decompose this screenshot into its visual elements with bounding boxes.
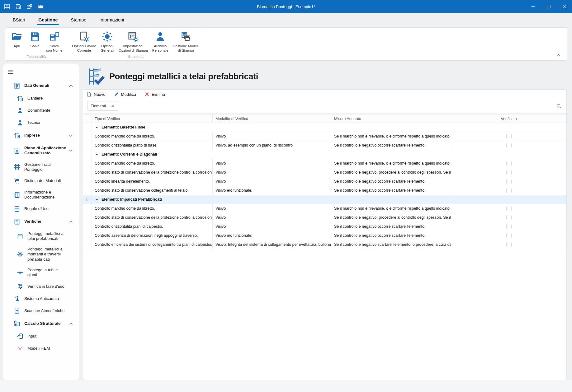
sidebar-item-verifiche[interactable]: Verifiche [3,215,79,228]
company-crane-icon [14,132,20,139]
quick-save-as-button[interactable] [26,4,32,10]
verificata-checkbox[interactable] [506,215,512,220]
group-row-elementi-impalcati-prefabbricati[interactable]: Elementi: Impalcati Prefabbricati [83,195,566,204]
apri-button[interactable]: Apri [8,29,26,48]
gestione-modelli-di-stampa-button[interactable]: Gestione Modellidi Stampa [171,29,202,53]
opzioni-generali-button-label: OpzioniGenerali [101,44,114,53]
nuovo-button[interactable]: Nuovo [87,92,106,97]
maximize-button[interactable] [541,0,556,13]
verificata-checkbox[interactable] [506,179,512,184]
sidebar-item-regole-d-uso[interactable]: Regole d'Uso [3,203,79,215]
scaffold-check-icon [87,68,105,86]
new-document-icon [87,92,92,97]
salva-con-nome-button[interactable]: Salvacon Nome [44,29,64,53]
hamburger-menu-button[interactable] [7,68,14,75]
sidebar-item-ponteggi-metalllici-a-telai-prefabbricati[interactable]: Ponteggi metalllici a telai prefabbricat… [3,228,79,244]
sidebar-item-input[interactable]: Input [3,330,79,342]
sidebar-item-imprese[interactable]: Imprese [3,129,79,142]
cell-tipo-di-verifica: Controllo assenza di deformazioni negli … [92,231,213,240]
archivio-personale-button[interactable]: ArchivioPersonale [150,29,171,53]
column-header-modalit-di-verifica[interactable]: Modalità di Verifica [213,115,331,123]
table-row[interactable]: Controllo stato di conservazione della p… [83,213,566,222]
table-row[interactable]: Controllo assenza di deformazioni negli … [83,231,566,240]
sidebar-item-modelli-fem[interactable]: Modelli FEM [3,342,79,354]
tab-stampe[interactable]: Stampe [64,13,93,27]
usage-check-icon [17,283,23,290]
sidebar-item-cantiere[interactable]: Cantiere [3,92,79,105]
sidebar-item-piano-di-applicazione-generalizzato[interactable]: Piano di Applicazione Generalizzato [3,142,79,159]
modifica-button[interactable]: Modifica [114,92,136,97]
sidebar-item-label: Calcolo Strutturale [24,321,68,326]
row-marker-icon [85,197,90,202]
table-row[interactable]: Controllo marchio come da libretto.Visiv… [83,132,566,141]
collapse-chevron-icon [95,125,99,129]
tab-bstart[interactable]: BStart [6,13,32,27]
sidebar-item-gestione-tratti-ponteggio[interactable]: Gestione Tratti Ponteggio [3,159,79,175]
impostazioni-opzioni-di-stampa-button[interactable]: ImpostazioniOpzioni di Stampa [116,29,150,53]
quick-save-button[interactable] [15,4,21,10]
sidebar-item-scariche-atmosferiche[interactable]: Scariche Atmosferiche [3,305,79,317]
sidebar-item-label: Tecnici [27,120,68,125]
table-row[interactable]: Controllo orizzontalità piani di calpest… [83,222,566,231]
tab-gestione[interactable]: Gestione [32,13,64,27]
row-gutter [83,168,92,177]
sidebar-item-label: Informazione e Documentazione [24,190,68,200]
verificata-checkbox[interactable] [506,170,512,175]
table-row[interactable]: Controllo orizzontalità piatto di base.V… [83,141,566,150]
usage-rules-icon [14,206,20,212]
column-header-verificata[interactable]: Verificata [451,115,566,123]
table-row[interactable]: Controllo marchio come da libretto.Visiv… [83,204,566,213]
elimina-button[interactable]: Elimina [144,92,165,97]
sidebar-item-sistema-anticaduta[interactable]: Sistema Anticaduta [3,292,79,305]
column-header-tipo-di-verifica[interactable]: Tipo di Verifica [92,115,213,123]
sidebar-item-verifica-in-fase-d-uso[interactable]: Verifica in fase d'uso [3,280,79,292]
verificata-checkbox[interactable] [506,143,512,148]
sidebar-item-ponteggi-metallici-a-montanti-e-traversi-prefabbricati[interactable]: Ponteggi metallici a montanti e traversi… [3,244,79,265]
sidebar-item-committente[interactable]: Committente [3,105,79,117]
sidebar-item-tecnici[interactable]: Tecnici [3,117,79,129]
elementi-dropdown[interactable]: Elementi [87,101,118,111]
salva-button-label: Salva [31,44,40,48]
fall-protection-icon [14,295,20,302]
verificata-checkbox[interactable] [506,134,512,139]
cell-tipo-di-verifica: Controllo orizzontalità piatto di base. [92,141,213,150]
sidebar-item-dati-generali[interactable]: Dati Generali [3,79,79,92]
verificata-checkbox[interactable] [506,242,512,247]
verificata-checkbox[interactable] [506,224,512,229]
cell-misura-adottata: Se il controllo è negativo, procedere al… [331,213,451,222]
quick-open-button[interactable] [38,4,44,10]
table-row[interactable]: Controllo efficienza dei sistemi di coll… [83,240,566,249]
gear-icon [102,31,113,42]
salva-button[interactable]: Salva [26,29,44,48]
cell-modalita-di-verifica: Visivo [213,222,331,231]
verificata-checkbox[interactable] [506,188,512,193]
opzioni-generali-button[interactable]: OpzioniGenerali [98,29,116,53]
group-row-elementi-correnti-e-diagonali[interactable]: Elementi: Correnti e Diagonali [83,150,566,159]
elimina-button-label: Elimina [152,92,165,97]
minimize-button[interactable] [525,0,541,13]
sidebar-item-informazione-e-documentazione[interactable]: Informazione e Documentazione [3,187,79,203]
opzioni-lavoro-corrente-button[interactable]: Opzioni LavoroCorrente [70,29,98,53]
verificata-checkbox[interactable] [506,161,512,166]
group-label: Elementi: Basette Fisse [102,125,145,129]
group-row-elementi-basette-fisse[interactable]: Elementi: Basette Fisse [83,123,566,132]
ribbon-collapse-button[interactable] [556,52,561,58]
verificata-checkbox[interactable] [506,206,512,211]
sidebar-item-calcolo-strutturale[interactable]: Calcolo Strutturale [3,317,79,330]
search-icon[interactable] [556,103,562,109]
verificata-checkbox[interactable] [506,233,512,238]
sidebar-item-ponteggi-a-tubi-e-giunti[interactable]: Ponteggi a tubi e giunti [3,265,79,281]
title-bar: Blumatica Ponteggi - Esempio1* [0,0,572,13]
table-row[interactable]: Controllo stato di conservazione collega… [83,186,566,195]
table-row[interactable]: Controllo stato di conservazione della p… [83,168,566,177]
table-row[interactable]: Controllo linearità dell'elemento.Visivo… [83,177,566,186]
cell-modalita-di-verifica: Visivo e/o funzionale. [213,186,331,195]
app-icon[interactable] [4,4,10,10]
close-button[interactable] [556,0,572,13]
page-title: Ponteggi metallici a telai prefabbricati [109,72,258,82]
sidebar-item-distinta-dei-materiali[interactable]: Distinta dei Materiali [3,175,79,187]
table-row[interactable]: Controllo marchio come da libretto.Visiv… [83,159,566,168]
column-header-misura-adottata[interactable]: Misura Adottata [331,115,451,123]
cell-tipo-di-verifica: Controllo linearità dell'elemento. [92,177,213,186]
tab-informazioni[interactable]: Informazioni [93,13,130,27]
